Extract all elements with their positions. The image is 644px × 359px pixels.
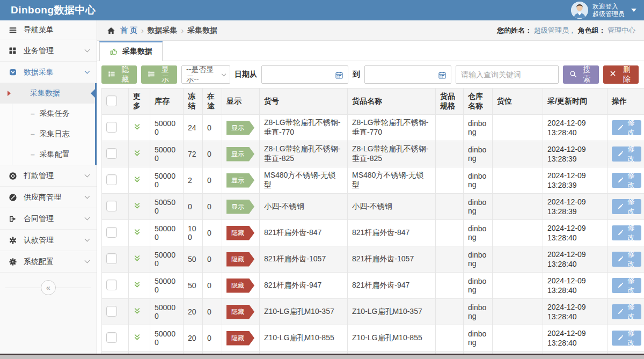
slot-cell — [493, 115, 543, 141]
sidebar-subitem-collect-config[interactable]: – 采集配置 — [12, 144, 95, 165]
row-checkbox[interactable] — [106, 227, 117, 238]
user-menu[interactable]: 欢迎登入 超级管理员 — [571, 2, 636, 19]
visibility-badge[interactable]: 隐藏 — [226, 226, 254, 240]
slot-cell — [493, 194, 543, 220]
collapse-sidebar-button[interactable]: « — [41, 280, 56, 295]
table-row: 500000 20 0 隐藏 Z10-LG扁孔M10-855 Z10-LG扁孔M… — [102, 325, 644, 351]
top-header: Dinbong数据中心 欢迎登入 超级管理员 — [0, 0, 644, 20]
edit-button[interactable]: 修改 — [612, 225, 641, 240]
stock-cell: 500000 — [150, 299, 184, 325]
warehouse-cell: dinbong — [464, 325, 493, 351]
sidebar-submenu: 采集数据 – 采集任务 – 采集日志 – 采集配置 — [0, 83, 97, 165]
stock-cell: 500500 — [150, 194, 184, 220]
row-checkbox[interactable] — [106, 148, 117, 159]
hide-button[interactable]: 隐藏 — [101, 65, 137, 84]
item-code-cell: 821杆扁外齿-947 — [260, 273, 348, 299]
breadcrumb-level2[interactable]: 数据采集 — [148, 26, 178, 35]
expand-more-icon[interactable] — [133, 149, 141, 157]
row-checkbox[interactable] — [106, 332, 117, 343]
expand-more-icon[interactable] — [133, 123, 141, 131]
sidebar-item-business[interactable]: 业务管理 — [0, 40, 97, 62]
edit-button[interactable]: 修改 — [612, 278, 641, 293]
sidebar-item-payment[interactable]: 打款管理 — [0, 165, 97, 187]
chevron-down-icon — [85, 258, 90, 263]
breadcrumb-home-link[interactable]: 首 页 — [120, 26, 137, 35]
visibility-badge[interactable]: 显示 — [226, 147, 254, 162]
stock-cell: 500000 — [150, 273, 184, 299]
edit-button[interactable]: 修改 — [612, 199, 641, 214]
sidebar-item-system-config[interactable]: 系统配置 — [0, 251, 97, 273]
expand-more-icon[interactable] — [133, 281, 141, 289]
stock-cell: 500000 — [150, 167, 184, 194]
visibility-badge[interactable]: 隐藏 — [226, 252, 254, 267]
visibility-badge[interactable]: 显示 — [226, 173, 254, 188]
edit-button-label: 修改 — [626, 118, 636, 137]
row-checkbox[interactable] — [106, 280, 117, 290]
row-checkbox[interactable] — [106, 122, 117, 133]
select-all-checkbox[interactable] — [106, 96, 117, 106]
column-header: 显示 — [222, 89, 260, 115]
show-button-label: 显示 — [159, 65, 170, 84]
visibility-badge[interactable]: 隐藏 — [226, 279, 254, 293]
row-more-cell — [129, 299, 150, 325]
row-select-cell — [102, 167, 129, 194]
row-checkbox[interactable] — [106, 174, 117, 185]
sidebar-item-data-collect[interactable]: 数据采集 — [0, 62, 97, 83]
show-cell: 隐藏 — [222, 273, 260, 299]
date-to-input[interactable] — [364, 65, 451, 84]
date-from-input[interactable] — [261, 65, 348, 84]
warehouse-cell: dinbong — [464, 141, 493, 167]
sidebar-subitem-collect-log[interactable]: – 采集日志 — [12, 124, 95, 144]
expand-more-icon[interactable] — [133, 202, 141, 210]
show-button[interactable]: 显示 — [141, 65, 177, 84]
chevron-down-icon — [222, 72, 226, 76]
sidebar-subitem-collect-task[interactable]: – 采集任务 — [12, 104, 95, 124]
edit-button[interactable]: 修改 — [612, 252, 641, 267]
row-checkbox[interactable] — [106, 306, 117, 317]
search-button[interactable]: 搜索 — [563, 65, 598, 84]
expand-more-icon[interactable] — [133, 254, 141, 262]
delete-button[interactable]: 删除 — [603, 65, 639, 84]
edit-button[interactable]: 修改 — [612, 120, 641, 135]
expand-more-icon[interactable] — [133, 333, 141, 341]
row-checkbox[interactable] — [106, 253, 117, 264]
pencil-icon — [617, 309, 624, 315]
edit-button[interactable]: 修改 — [612, 146, 641, 162]
visibility-badge[interactable]: 显示 — [226, 200, 254, 214]
visibility-badge[interactable]: 显示 — [226, 121, 254, 135]
expand-more-icon[interactable] — [133, 175, 141, 184]
avatar[interactable] — [571, 2, 588, 19]
pencil-icon — [617, 177, 624, 184]
sidebar-item-contract[interactable]: 合同管理 — [0, 208, 97, 230]
divider — [5, 288, 41, 288]
breadcrumb: 首 页 › 数据采集 › 采集数据 — [107, 26, 217, 35]
transit-cell: 0 — [203, 194, 222, 220]
visibility-badge[interactable]: 隐藏 — [226, 331, 254, 346]
sidebar-item-claim[interactable]: 认款管理 — [0, 230, 97, 251]
show-filter-select[interactable]: --是否显示-- — [181, 65, 230, 84]
sidebar-subitem-collect-data[interactable]: 采集数据 — [0, 83, 95, 104]
slot-cell — [493, 141, 543, 167]
visibility-badge[interactable]: 隐藏 — [226, 305, 254, 319]
expand-more-icon[interactable] — [133, 228, 141, 236]
edit-button[interactable]: 修改 — [612, 304, 641, 319]
search-input[interactable] — [456, 65, 559, 84]
item-name-cell: 821杆扁外齿-947 — [348, 273, 436, 299]
frozen-cell: 50 — [184, 273, 203, 299]
show-cell: 显示 — [222, 141, 260, 167]
action-cell: 修改 — [608, 273, 644, 299]
row-select-cell — [102, 299, 129, 325]
nav-menu-header[interactable]: 导航菜单 — [0, 20, 97, 40]
edit-button[interactable]: 修改 — [612, 331, 641, 346]
chevron-down-icon — [631, 9, 636, 12]
row-checkbox[interactable] — [106, 201, 117, 211]
item-code-cell: Z10-LG扁孔M10-855 — [260, 325, 348, 351]
expand-more-icon[interactable] — [133, 307, 141, 315]
edit-button[interactable]: 修改 — [612, 173, 641, 188]
item-name-cell: 821杆扁外齿-847 — [348, 220, 436, 246]
sidebar-collapse-row: « — [0, 273, 97, 303]
sidebar-item-supplier[interactable]: 供应商管理 — [0, 187, 97, 208]
tab-collect-data[interactable]: 采集数据 — [99, 41, 163, 61]
row-select-cell — [102, 325, 129, 351]
stock-cell: 500000 — [150, 220, 184, 246]
